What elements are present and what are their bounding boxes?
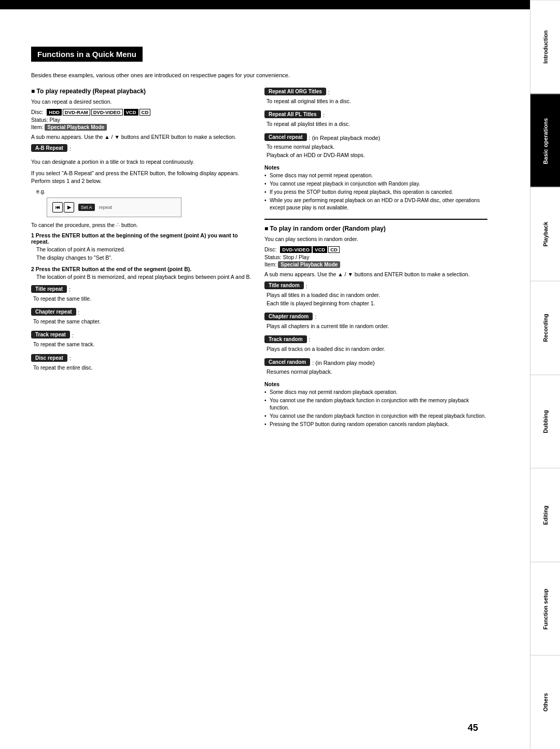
eg-box: ⏮ ▶ Set A repeat bbox=[47, 197, 181, 217]
step-2: 2 Press the ENTER button at the end of t… bbox=[31, 266, 254, 281]
track-random-text: Plays all tracks on a loaded disc in ran… bbox=[267, 345, 487, 353]
chapter-random-text: Plays all chapters in a current title in… bbox=[267, 322, 487, 330]
chapter-random-row: Chapter random : bbox=[264, 313, 487, 321]
sidebar-tab-function-setup[interactable]: Function setup bbox=[530, 562, 560, 656]
repeat-org-text: To repeat all original titles in a disc. bbox=[267, 97, 487, 105]
track-random-feature: Track random : Plays all tracks on a loa… bbox=[264, 335, 487, 353]
section-intro: Besides these examples, various other on… bbox=[31, 72, 514, 78]
eg-repeat-label: repeat bbox=[99, 205, 113, 210]
title-repeat-feature: Title repeat : To repeat the same title. bbox=[31, 285, 254, 303]
disc-label: Disc: bbox=[31, 109, 43, 115]
chapter-repeat-feature: Chapter repeat : To repeat the same chap… bbox=[31, 308, 254, 326]
sidebar-tab-recording[interactable]: Recording bbox=[530, 281, 560, 375]
sidebar-tab-others[interactable]: Others bbox=[530, 655, 560, 749]
random-note-3: You cannot use the random playback funct… bbox=[264, 413, 487, 420]
chapter-repeat-text: To repeat the same chapter. bbox=[33, 318, 254, 326]
repeat-note-3: If you press the STOP button during repe… bbox=[264, 189, 487, 196]
chapter-random-colon: : bbox=[315, 314, 316, 320]
random-badge-cd: CD bbox=[328, 246, 340, 253]
step-1: 1 Press the ENTER button at the beginnin… bbox=[31, 232, 254, 261]
badge-dvdram: DVD-RAM bbox=[63, 109, 90, 116]
disc-repeat-text: To repeat the entire disc. bbox=[33, 364, 254, 372]
cancel-repeat-feature: Cancel repeat : (in Repeat playback mode… bbox=[264, 133, 487, 159]
track-repeat-row: Track repeat : bbox=[31, 331, 254, 340]
repeat-notes-title: Notes bbox=[264, 164, 487, 171]
chapter-repeat-row: Chapter repeat : bbox=[31, 308, 254, 317]
track-random-row: Track random : bbox=[264, 335, 487, 344]
random-notes-title: Notes bbox=[264, 381, 487, 387]
cancel-repeat-badge: Cancel repeat bbox=[264, 133, 307, 141]
title-random-colon: : bbox=[306, 283, 307, 289]
sidebar-tab-basic-operations[interactable]: Basic operations bbox=[530, 94, 560, 188]
title-random-badge: Title random bbox=[264, 281, 304, 289]
track-random-colon: : bbox=[309, 336, 311, 343]
random-badge-vcd: VCD bbox=[313, 246, 327, 253]
cancel-repeat-row: Cancel repeat : (in Repeat playback mode… bbox=[264, 133, 487, 142]
item-badge: Special Playback Mode bbox=[45, 124, 107, 131]
ab-repeat-body2: If you select "A-B Repeat" and press the… bbox=[31, 169, 254, 185]
repeat-pl-text: To repeat all playlist titles in a disc. bbox=[267, 120, 487, 128]
random-status-label: Status: Stop / Play bbox=[264, 254, 309, 260]
disc-repeat-row: Disc repeat : bbox=[31, 354, 254, 363]
section-title: Functions in a Quick Menu bbox=[31, 47, 143, 62]
repeat-org-badge: Repeat All ORG Titles bbox=[264, 88, 326, 95]
random-notes: Notes Some discs may not permit random p… bbox=[264, 381, 487, 428]
step-1-body: The location of point A is memorized. Th… bbox=[31, 246, 254, 261]
disc-repeat-colon: : bbox=[69, 355, 71, 361]
random-badge-dvdvideo: DVD-VIDEO bbox=[280, 246, 312, 253]
right-column: Repeat All ORG Titles : To repeat all or… bbox=[264, 88, 487, 429]
badge-hdd: HDD bbox=[47, 109, 62, 116]
track-random-badge: Track random bbox=[264, 335, 307, 343]
page-wrapper: Functions in a Quick Menu Besides these … bbox=[0, 0, 560, 749]
title-repeat-badge: Title repeat bbox=[31, 285, 67, 293]
title-random-text: Plays all titles in a loaded disc in ran… bbox=[267, 291, 487, 307]
track-repeat-text: To repeat the same track. bbox=[33, 341, 254, 348]
item-line: Item: Special Playback Mode bbox=[31, 124, 254, 130]
title-random-feature: Title random : Plays all titles in a loa… bbox=[264, 281, 487, 307]
sidebar-tab-introduction[interactable]: Introduction bbox=[530, 0, 560, 94]
ab-repeat-colon: : bbox=[69, 146, 71, 152]
repeat-note-2: You cannot use repeat playback in conjun… bbox=[264, 180, 487, 188]
random-notes-list: Some discs may not permit random playbac… bbox=[264, 389, 487, 428]
ab-repeat-badge: A-B Repeat bbox=[31, 144, 67, 152]
title-random-row: Title random : bbox=[264, 281, 487, 290]
step-2-title: 2 Press the ENTER button at the end of t… bbox=[31, 266, 254, 272]
chapter-random-feature: Chapter random : Plays all chapters in a… bbox=[264, 313, 487, 330]
random-note-2: You cannot use the random playback funct… bbox=[264, 397, 487, 412]
random-item-label: Item: bbox=[264, 261, 276, 267]
step-1-title: 1 Press the ENTER button at the beginnin… bbox=[31, 232, 254, 245]
section-divider bbox=[264, 219, 487, 220]
cancel-random-text: Resumes normal playback. bbox=[267, 368, 487, 376]
status-label: Status: Play bbox=[31, 117, 60, 123]
ab-repeat-body1: You can designate a portion in a title o… bbox=[31, 158, 254, 166]
random-intro: You can play sections in random order. bbox=[264, 235, 487, 243]
cancel-random-row: Cancel random : (in Random play mode) bbox=[264, 358, 487, 367]
cancel-text: To cancel the procedure, press the ∴ but… bbox=[31, 221, 254, 229]
item-label: Item: bbox=[31, 124, 43, 130]
status-line: Status: Play bbox=[31, 117, 254, 123]
track-repeat-colon: : bbox=[72, 332, 74, 338]
sidebar-tab-editing[interactable]: Editing bbox=[530, 468, 560, 562]
title-repeat-text: To repeat the same title. bbox=[33, 295, 254, 303]
repeat-note-1: Some discs may not permit repeat operati… bbox=[264, 172, 487, 179]
chapter-random-badge: Chapter random bbox=[264, 313, 313, 320]
random-note-1: Some discs may not permit random playbac… bbox=[264, 389, 487, 396]
cancel-repeat-colon: : (in Repeat playback mode) bbox=[309, 135, 381, 141]
sidebar-tab-dubbing[interactable]: Dubbing bbox=[530, 375, 560, 469]
repeat-note-4: While you are performing repeat playback… bbox=[264, 197, 487, 211]
disc-repeat-badge: Disc repeat bbox=[31, 354, 67, 362]
disc-line: Disc: HDD DVD-RAM DVD-VIDEO VCD CD bbox=[31, 109, 254, 116]
track-repeat-feature: Track repeat : To repeat the same track. bbox=[31, 331, 254, 348]
title-repeat-colon: : bbox=[69, 286, 71, 292]
two-column-layout: To play repeatedly (Repeat playback) You… bbox=[31, 88, 514, 429]
sidebar-tab-playback[interactable]: Playback bbox=[530, 187, 560, 281]
repeat-pl-colon: : bbox=[323, 112, 325, 118]
eg-icon-1: ⏮ bbox=[52, 202, 63, 213]
ab-repeat-feature: A-B Repeat : bbox=[31, 144, 254, 153]
random-submenu-text: A sub menu appears. Use the ▲ / ▼ button… bbox=[264, 271, 487, 278]
random-disc-badges: DVD-VIDEO VCD CD bbox=[280, 246, 340, 253]
cancel-random-badge: Cancel random bbox=[264, 358, 310, 366]
eg-set-a: Set A bbox=[78, 204, 95, 211]
ab-repeat-badge-row: A-B Repeat : bbox=[31, 144, 254, 153]
page-number: 45 bbox=[468, 723, 478, 733]
